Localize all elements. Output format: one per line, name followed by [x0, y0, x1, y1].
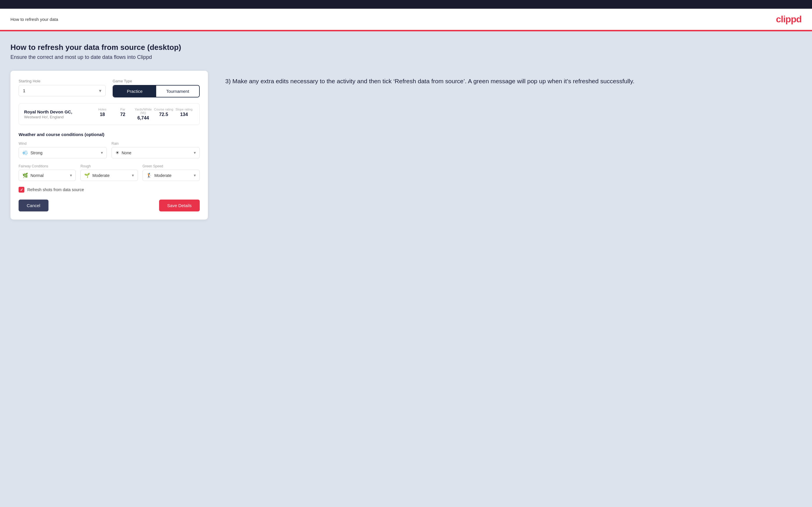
yards-stat: Yards/White (M)) 6,744 [133, 108, 153, 121]
logo: clippd [776, 14, 802, 25]
page-title: How to refresh your data from source (de… [10, 43, 802, 52]
fairway-rough-green-row: Fairway Conditions 🌿 Normal ▼ Rough 🌱 Mo… [18, 164, 200, 181]
refresh-checkbox[interactable]: ✓ [18, 187, 24, 192]
wind-icon: 💨 [22, 150, 28, 156]
starting-hole-group: Starting Hole 1 ▼ [18, 79, 106, 98]
course-location: Westward Ho!, England [24, 115, 92, 119]
course-info-row: Royal North Devon GC, Westward Ho!, Engl… [18, 103, 200, 125]
wind-rain-row: Wind 💨 Strong ▼ Rain ☀ None ▼ [18, 142, 200, 158]
yards-label: Yards/White (M)) [133, 108, 153, 115]
form-actions: Cancel Save Details [18, 200, 200, 212]
green-speed-group: Green Speed 🏌 Moderate ▼ [143, 164, 200, 181]
course-rating-value: 72.5 [153, 112, 173, 117]
main-content: How to refresh your data from source (de… [0, 31, 812, 506]
fairway-value: Normal [31, 173, 65, 178]
wind-select[interactable]: 💨 Strong ▼ [18, 147, 107, 158]
course-name: Royal North Devon GC, [24, 109, 92, 114]
wind-label: Wind [18, 142, 107, 146]
game-type-buttons: Practice Tournament [113, 85, 200, 98]
par-stat: Par 72 [113, 108, 133, 121]
green-speed-label: Green Speed [143, 164, 200, 168]
starting-hole-label: Starting Hole [18, 79, 106, 83]
slope-rating-stat: Slope rating 134 [174, 108, 194, 121]
side-instructions: 3) Make any extra edits necessary to the… [225, 71, 802, 86]
green-speed-select[interactable]: 🏌 Moderate ▼ [143, 170, 200, 181]
fairway-label: Fairway Conditions [18, 164, 76, 168]
rain-select[interactable]: ☀ None ▼ [111, 147, 200, 158]
save-details-button[interactable]: Save Details [159, 200, 200, 212]
par-value: 72 [113, 112, 133, 117]
course-rating-label: Course rating [153, 108, 173, 111]
fairway-chevron-icon: ▼ [69, 173, 72, 177]
tournament-button[interactable]: Tournament [156, 86, 199, 97]
holes-value: 18 [92, 112, 112, 117]
fairway-select[interactable]: 🌿 Normal ▼ [18, 170, 76, 181]
checkmark-icon: ✓ [20, 188, 23, 192]
wind-chevron-icon: ▼ [100, 151, 104, 155]
green-speed-chevron-icon: ▼ [193, 173, 197, 177]
top-bar [0, 0, 812, 9]
instruction-text: 3) Make any extra edits necessary to the… [225, 76, 802, 86]
yards-value: 6,744 [133, 115, 153, 121]
fairway-icon: 🌿 [22, 173, 28, 178]
cancel-button[interactable]: Cancel [18, 200, 48, 212]
holes-stat: Holes 18 [92, 108, 112, 121]
form-card: Starting Hole 1 ▼ Game Type Practice Tou… [10, 71, 208, 220]
rough-select[interactable]: 🌱 Moderate ▼ [81, 170, 138, 181]
game-type-group: Game Type Practice Tournament [113, 79, 200, 98]
refresh-checkbox-row: ✓ Refresh shots from data source [18, 187, 200, 192]
header-title: How to refresh your data [10, 17, 58, 22]
wind-value: Strong [31, 151, 96, 155]
game-type-label: Game Type [113, 79, 200, 83]
rain-value: None [122, 151, 189, 155]
course-rating-stat: Course rating 72.5 [153, 108, 173, 121]
rain-label: Rain [111, 142, 200, 146]
rain-group: Rain ☀ None ▼ [111, 142, 200, 158]
content-grid: Starting Hole 1 ▼ Game Type Practice Tou… [10, 71, 802, 220]
rough-icon: 🌱 [84, 173, 90, 178]
practice-button[interactable]: Practice [113, 86, 156, 97]
course-stats: Holes 18 Par 72 Yards/White (M)) 6,744 C… [92, 108, 194, 121]
green-speed-icon: 🏌 [146, 173, 152, 178]
form-row-top: Starting Hole 1 ▼ Game Type Practice Tou… [18, 79, 200, 98]
fairway-group: Fairway Conditions 🌿 Normal ▼ [18, 164, 76, 181]
slope-rating-label: Slope rating [174, 108, 194, 111]
green-speed-value: Moderate [154, 173, 189, 178]
rough-label: Rough [81, 164, 138, 168]
header: How to refresh your data clippd [0, 9, 812, 31]
rain-chevron-icon: ▼ [193, 151, 197, 155]
slope-rating-value: 134 [174, 112, 194, 117]
course-name-block: Royal North Devon GC, Westward Ho!, Engl… [24, 109, 92, 119]
page-subtitle: Ensure the correct and most up to date d… [10, 54, 802, 60]
rough-chevron-icon: ▼ [131, 173, 135, 177]
wind-group: Wind 💨 Strong ▼ [18, 142, 107, 158]
rough-value: Moderate [92, 173, 127, 178]
refresh-checkbox-label: Refresh shots from data source [27, 187, 84, 192]
conditions-title: Weather and course conditions (optional) [18, 132, 200, 137]
starting-hole-select-wrapper: 1 ▼ [18, 85, 106, 96]
holes-label: Holes [92, 108, 112, 111]
par-label: Par [113, 108, 133, 111]
starting-hole-select[interactable]: 1 [18, 85, 106, 96]
rough-group: Rough 🌱 Moderate ▼ [81, 164, 138, 181]
rain-icon: ☀ [115, 150, 119, 156]
